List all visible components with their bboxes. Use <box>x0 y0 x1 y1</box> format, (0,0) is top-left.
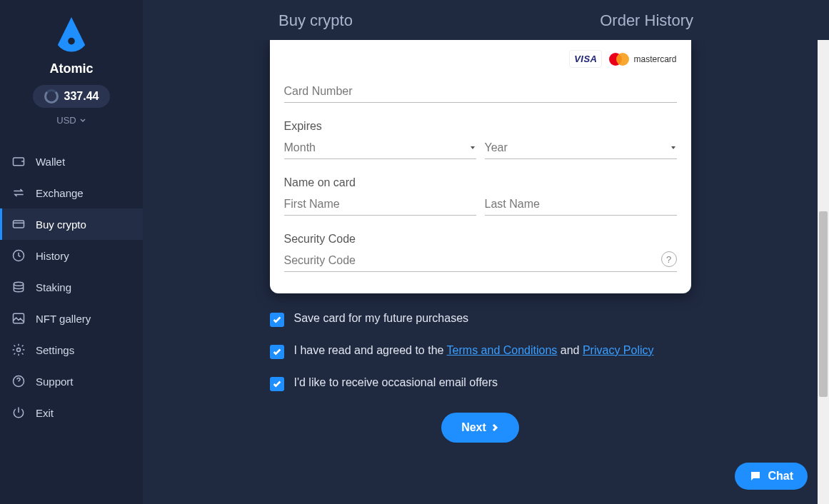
chat-icon <box>749 470 762 483</box>
balance-amount: 337.44 <box>64 90 99 103</box>
sidebar-item-staking[interactable]: Staking <box>0 271 143 303</box>
expiry-month-select[interactable]: Month <box>284 137 476 159</box>
sidebar-item-wallet[interactable]: Wallet <box>0 146 143 177</box>
staking-icon <box>11 280 26 294</box>
sidebar-item-label: Exchange <box>36 187 84 199</box>
app-logo-icon <box>50 13 93 56</box>
agreements: Save card for my future purchases I have… <box>270 293 691 408</box>
first-name-input[interactable] <box>284 193 476 216</box>
chat-button-label: Chat <box>768 470 793 483</box>
sidebar-item-label: Staking <box>36 281 71 293</box>
dropdown-arrow-icon <box>670 144 677 151</box>
power-icon <box>11 405 26 420</box>
chevron-right-icon <box>491 423 499 432</box>
email-offers-label: I'd like to receive occasional email off… <box>294 376 498 389</box>
scroll-body: VISA mastercard Expires Month <box>143 40 818 504</box>
security-help-icon[interactable]: ? <box>661 251 677 267</box>
dropdown-arrow-icon <box>469 144 476 151</box>
sidebar-item-label: NFT gallery <box>36 313 91 325</box>
order-history-link[interactable]: Order History <box>600 11 693 30</box>
name-on-card-label: Name on card <box>284 176 677 189</box>
card-icon <box>11 217 26 231</box>
sidebar-item-settings[interactable]: Settings <box>0 334 143 366</box>
month-placeholder: Month <box>284 141 316 154</box>
mastercard-icon <box>609 53 629 66</box>
visa-badge: VISA <box>569 50 602 68</box>
page-title: Buy crypto <box>278 11 353 30</box>
svg-rect-2 <box>14 221 24 228</box>
mastercard-badge: mastercard <box>609 50 676 68</box>
help-icon <box>11 374 26 388</box>
sidebar: Atomic 337.44 USD Wallet Exchange Buy cr… <box>0 0 143 504</box>
sidebar-item-exit[interactable]: Exit <box>0 397 143 428</box>
agree-terms-label: I have read and agreed to the Terms and … <box>294 344 654 357</box>
logo-area: Atomic 337.44 USD <box>0 13 143 133</box>
email-offers-checkbox[interactable] <box>270 377 284 391</box>
expires-label: Expires <box>284 120 677 133</box>
expiry-year-select[interactable]: Year <box>485 137 677 159</box>
card-form: VISA mastercard Expires Month <box>270 40 691 293</box>
sidebar-item-label: Buy crypto <box>36 218 86 231</box>
sidebar-item-nft[interactable]: NFT gallery <box>0 303 143 334</box>
header: Buy crypto Order History <box>143 0 829 40</box>
card-number-input[interactable] <box>284 81 677 103</box>
svg-point-4 <box>14 282 23 286</box>
security-code-input[interactable] <box>284 250 677 272</box>
image-icon <box>11 311 26 326</box>
sidebar-item-label: Support <box>36 376 74 388</box>
svg-point-6 <box>17 348 21 352</box>
currency-label: USD <box>56 115 76 126</box>
balance-pill[interactable]: 337.44 <box>33 85 111 108</box>
terms-link[interactable]: Terms and Conditions <box>447 344 558 356</box>
wallet-icon <box>11 154 26 168</box>
privacy-link[interactable]: Privacy Policy <box>583 344 654 356</box>
chat-button[interactable]: Chat <box>735 463 808 490</box>
sidebar-item-buy-crypto[interactable]: Buy crypto <box>0 208 143 240</box>
save-card-label: Save card for my future purchases <box>294 312 469 325</box>
save-card-checkbox[interactable] <box>270 313 284 327</box>
sidebar-item-exchange[interactable]: Exchange <box>0 177 143 208</box>
sidebar-item-label: Exit <box>36 407 54 419</box>
scrollbar-track[interactable] <box>818 40 829 504</box>
scrollbar-thumb[interactable] <box>819 211 828 397</box>
currency-selector[interactable]: USD <box>56 115 86 126</box>
chevron-down-icon <box>79 117 86 124</box>
agree-prefix: I have read and agreed to the <box>294 344 447 356</box>
history-icon <box>11 248 26 263</box>
svg-point-0 <box>68 38 75 45</box>
sidebar-item-support[interactable]: Support <box>0 366 143 397</box>
year-placeholder: Year <box>485 141 508 154</box>
content-wrap: VISA mastercard Expires Month <box>143 40 829 504</box>
gear-icon <box>11 343 26 357</box>
balance-ring-icon <box>44 89 59 104</box>
nav: Wallet Exchange Buy crypto History Staki… <box>0 146 143 428</box>
next-button-label: Next <box>461 421 486 434</box>
sidebar-item-label: History <box>36 250 69 262</box>
card-brands: VISA mastercard <box>284 50 677 68</box>
agree-terms-checkbox[interactable] <box>270 345 284 359</box>
sidebar-item-label: Settings <box>36 344 74 356</box>
exchange-icon <box>11 186 26 200</box>
mastercard-text: mastercard <box>633 54 676 64</box>
next-button[interactable]: Next <box>441 413 519 443</box>
security-code-label: Security Code <box>284 233 677 246</box>
sidebar-item-history[interactable]: History <box>0 240 143 271</box>
agree-mid: and <box>557 344 583 356</box>
app-name: Atomic <box>49 61 93 76</box>
last-name-input[interactable] <box>485 193 677 216</box>
main-area: Buy crypto Order History VISA mastercard <box>143 0 829 504</box>
sidebar-item-label: Wallet <box>36 156 65 168</box>
svg-rect-5 <box>14 313 24 323</box>
